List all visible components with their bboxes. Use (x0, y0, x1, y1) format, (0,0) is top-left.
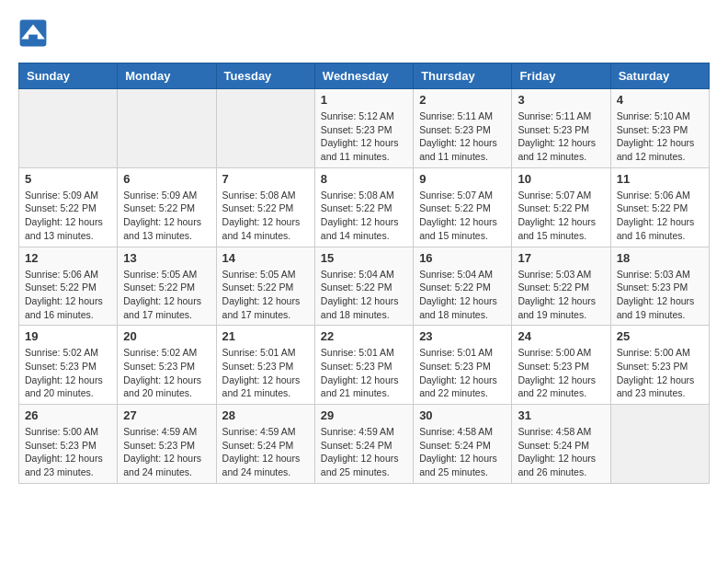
weekday-header-wednesday: Wednesday (314, 63, 413, 89)
day-number: 7 (222, 172, 309, 186)
day-info: Sunrise: 5:00 AMSunset: 5:23 PMDaylight:… (25, 425, 111, 479)
day-info: Sunrise: 5:08 AMSunset: 5:22 PMDaylight:… (321, 189, 407, 243)
calendar-cell-1-5: 2Sunrise: 5:11 AMSunset: 5:23 PMDaylight… (414, 89, 512, 168)
day-info: Sunrise: 5:11 AMSunset: 5:23 PMDaylight:… (419, 109, 506, 164)
day-number: 17 (518, 251, 604, 265)
day-number: 6 (123, 172, 210, 186)
calendar-cell-1-7: 4Sunrise: 5:10 AMSunset: 5:23 PMDaylight… (610, 89, 709, 168)
calendar-cell-2-1: 5Sunrise: 5:09 AMSunset: 5:22 PMDaylight… (19, 167, 118, 247)
calendar-cell-1-6: 3Sunrise: 5:11 AMSunset: 5:23 PMDaylight… (512, 89, 610, 168)
day-number: 13 (123, 251, 210, 265)
day-info: Sunrise: 5:12 AMSunset: 5:23 PMDaylight:… (321, 109, 407, 164)
weekday-header-friday: Friday (512, 63, 610, 89)
day-info: Sunrise: 5:02 AMSunset: 5:23 PMDaylight:… (25, 346, 111, 400)
day-info: Sunrise: 5:03 AMSunset: 5:22 PMDaylight:… (518, 268, 604, 322)
day-number: 22 (321, 329, 407, 343)
logo (18, 18, 51, 48)
calendar-cell-1-1 (19, 89, 118, 168)
calendar-cell-3-3: 14Sunrise: 5:05 AMSunset: 5:22 PMDayligh… (216, 247, 314, 326)
day-number: 28 (222, 408, 309, 422)
calendar-table: SundayMondayTuesdayWednesdayThursdayFrid… (18, 63, 710, 484)
day-number: 31 (518, 408, 604, 422)
day-number: 5 (25, 172, 111, 186)
day-info: Sunrise: 5:11 AMSunset: 5:23 PMDaylight:… (518, 109, 604, 164)
header (18, 18, 710, 48)
day-number: 10 (518, 172, 604, 186)
logo-icon (18, 18, 48, 48)
week-row-2: 5Sunrise: 5:09 AMSunset: 5:22 PMDaylight… (19, 167, 710, 247)
day-info: Sunrise: 5:05 AMSunset: 5:22 PMDaylight:… (123, 268, 210, 322)
calendar-cell-3-6: 17Sunrise: 5:03 AMSunset: 5:22 PMDayligh… (512, 247, 610, 326)
calendar-cell-1-4: 1Sunrise: 5:12 AMSunset: 5:23 PMDaylight… (314, 89, 413, 168)
day-info: Sunrise: 5:05 AMSunset: 5:22 PMDaylight:… (222, 268, 309, 322)
week-row-1: 1Sunrise: 5:12 AMSunset: 5:23 PMDaylight… (19, 89, 710, 168)
day-number: 27 (123, 408, 210, 422)
day-info: Sunrise: 5:07 AMSunset: 5:22 PMDaylight:… (419, 189, 506, 243)
weekday-header-sunday: Sunday (19, 63, 118, 89)
day-info: Sunrise: 5:00 AMSunset: 5:23 PMDaylight:… (518, 346, 604, 400)
calendar-cell-5-7 (610, 405, 709, 484)
day-number: 19 (25, 329, 111, 343)
day-info: Sunrise: 5:10 AMSunset: 5:23 PMDaylight:… (617, 109, 703, 164)
calendar-cell-4-1: 19Sunrise: 5:02 AMSunset: 5:23 PMDayligh… (19, 326, 118, 405)
calendar-cell-4-2: 20Sunrise: 5:02 AMSunset: 5:23 PMDayligh… (118, 326, 216, 405)
calendar-cell-4-7: 25Sunrise: 5:00 AMSunset: 5:23 PMDayligh… (610, 326, 709, 405)
day-number: 4 (617, 93, 703, 107)
day-number: 26 (25, 408, 111, 422)
calendar-cell-2-2: 6Sunrise: 5:09 AMSunset: 5:22 PMDaylight… (118, 167, 216, 247)
day-info: Sunrise: 4:58 AMSunset: 5:24 PMDaylight:… (518, 425, 604, 479)
day-info: Sunrise: 5:01 AMSunset: 5:23 PMDaylight:… (222, 346, 309, 400)
calendar-cell-5-4: 29Sunrise: 4:59 AMSunset: 5:24 PMDayligh… (314, 405, 413, 484)
week-row-3: 12Sunrise: 5:06 AMSunset: 5:22 PMDayligh… (19, 247, 710, 326)
calendar-cell-2-4: 8Sunrise: 5:08 AMSunset: 5:22 PMDaylight… (314, 167, 413, 247)
day-info: Sunrise: 4:59 AMSunset: 5:23 PMDaylight:… (123, 425, 210, 479)
day-number: 9 (419, 172, 506, 186)
calendar-cell-2-6: 10Sunrise: 5:07 AMSunset: 5:22 PMDayligh… (512, 167, 610, 247)
page-container: SundayMondayTuesdayWednesdayThursdayFrid… (18, 18, 710, 484)
day-number: 18 (617, 251, 703, 265)
calendar-cell-3-4: 15Sunrise: 5:04 AMSunset: 5:22 PMDayligh… (314, 247, 413, 326)
calendar-cell-5-3: 28Sunrise: 4:59 AMSunset: 5:24 PMDayligh… (216, 405, 314, 484)
day-info: Sunrise: 5:03 AMSunset: 5:23 PMDaylight:… (617, 268, 703, 322)
day-number: 8 (321, 172, 407, 186)
calendar-cell-2-5: 9Sunrise: 5:07 AMSunset: 5:22 PMDaylight… (414, 167, 512, 247)
weekday-header-monday: Monday (118, 63, 216, 89)
day-number: 29 (321, 408, 407, 422)
day-info: Sunrise: 5:06 AMSunset: 5:22 PMDaylight:… (617, 189, 703, 243)
day-info: Sunrise: 5:04 AMSunset: 5:22 PMDaylight:… (321, 268, 407, 322)
day-info: Sunrise: 5:06 AMSunset: 5:22 PMDaylight:… (25, 268, 111, 322)
day-number: 15 (321, 251, 407, 265)
calendar-cell-5-6: 31Sunrise: 4:58 AMSunset: 5:24 PMDayligh… (512, 405, 610, 484)
day-info: Sunrise: 5:04 AMSunset: 5:22 PMDaylight:… (419, 268, 506, 322)
calendar-cell-3-5: 16Sunrise: 5:04 AMSunset: 5:22 PMDayligh… (414, 247, 512, 326)
day-number: 1 (321, 93, 407, 107)
calendar-cell-5-2: 27Sunrise: 4:59 AMSunset: 5:23 PMDayligh… (118, 405, 216, 484)
calendar-cell-4-5: 23Sunrise: 5:01 AMSunset: 5:23 PMDayligh… (414, 326, 512, 405)
day-number: 3 (518, 93, 604, 107)
day-number: 11 (617, 172, 703, 186)
calendar-cell-2-3: 7Sunrise: 5:08 AMSunset: 5:22 PMDaylight… (216, 167, 314, 247)
calendar-cell-3-7: 18Sunrise: 5:03 AMSunset: 5:23 PMDayligh… (610, 247, 709, 326)
day-number: 25 (617, 329, 703, 343)
svg-rect-2 (28, 35, 38, 40)
day-number: 30 (419, 408, 506, 422)
weekday-header-tuesday: Tuesday (216, 63, 314, 89)
day-number: 16 (419, 251, 506, 265)
day-info: Sunrise: 5:00 AMSunset: 5:23 PMDaylight:… (617, 346, 703, 400)
day-info: Sunrise: 5:09 AMSunset: 5:22 PMDaylight:… (25, 189, 111, 243)
week-row-5: 26Sunrise: 5:00 AMSunset: 5:23 PMDayligh… (19, 405, 710, 484)
day-info: Sunrise: 5:01 AMSunset: 5:23 PMDaylight:… (321, 346, 407, 400)
day-info: Sunrise: 4:58 AMSunset: 5:24 PMDaylight:… (419, 425, 506, 479)
calendar-cell-3-1: 12Sunrise: 5:06 AMSunset: 5:22 PMDayligh… (19, 247, 118, 326)
calendar-cell-4-3: 21Sunrise: 5:01 AMSunset: 5:23 PMDayligh… (216, 326, 314, 405)
day-info: Sunrise: 4:59 AMSunset: 5:24 PMDaylight:… (321, 425, 407, 479)
calendar-cell-3-2: 13Sunrise: 5:05 AMSunset: 5:22 PMDayligh… (118, 247, 216, 326)
weekday-header-row: SundayMondayTuesdayWednesdayThursdayFrid… (19, 63, 710, 89)
day-number: 21 (222, 329, 309, 343)
calendar-cell-4-4: 22Sunrise: 5:01 AMSunset: 5:23 PMDayligh… (314, 326, 413, 405)
week-row-4: 19Sunrise: 5:02 AMSunset: 5:23 PMDayligh… (19, 326, 710, 405)
calendar-cell-4-6: 24Sunrise: 5:00 AMSunset: 5:23 PMDayligh… (512, 326, 610, 405)
calendar-cell-5-1: 26Sunrise: 5:00 AMSunset: 5:23 PMDayligh… (19, 405, 118, 484)
day-number: 14 (222, 251, 309, 265)
weekday-header-thursday: Thursday (414, 63, 512, 89)
